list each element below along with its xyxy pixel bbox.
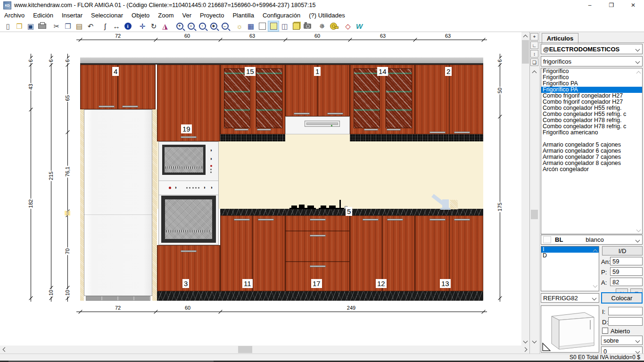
zoom-previous-icon[interactable]: ← [220,21,230,31]
scroll-down-icon[interactable] [521,337,529,346]
scroll-right-icon[interactable] [521,346,529,354]
finish-dropdown[interactable]: BL blanco [541,235,643,245]
menu-proyecto[interactable]: Proyecto [196,12,228,19]
depth-input[interactable]: 59 [610,267,643,276]
print-icon[interactable] [37,21,47,31]
elevation-view-icon[interactable] [257,21,267,31]
measure-icon[interactable] [328,21,339,31]
unit-number-label[interactable]: 19 [181,124,192,133]
corner-tool-icon[interactable]: ∟ [530,41,538,49]
door-tool-icon[interactable]: ❏ [530,58,538,66]
horizontal-scrollbar[interactable] [0,346,529,354]
sku-dropdown[interactable]: REFRIGG82 [541,293,599,303]
list-scroll-down-icon[interactable] [636,227,642,233]
base-cabinet-11[interactable] [220,215,285,291]
gas-hob[interactable] [289,200,350,210]
wizard-icon[interactable]: ✵ [317,21,327,31]
vertical-scrollbar[interactable] [521,32,529,346]
extractor-hood[interactable] [285,116,350,134]
unit-number-label[interactable]: 17 [311,279,322,288]
perspective-wire-icon[interactable]: ◫ [280,21,290,31]
id-toggle-button[interactable]: I/D [602,246,643,255]
scroll-up-icon[interactable] [521,32,529,40]
dimension-tool-icon[interactable]: ↔ [111,21,122,31]
unit-number-label[interactable]: 15 [245,67,256,76]
scroll-left-icon[interactable] [0,346,8,354]
new-file-icon[interactable]: ▯ [3,21,13,31]
zoom-window-icon[interactable]: ▫ [197,21,207,31]
zoom-all-icon[interactable]: ∗ [208,21,219,31]
restore-button[interactable]: ❐ [601,0,622,10]
open-folder-icon[interactable]: ❒ [14,21,25,31]
mirror-icon[interactable]: ◮ [160,21,170,31]
menu-ver[interactable]: Ver [178,12,196,19]
page-corner-icon[interactable] [542,343,551,351]
tab-articulos[interactable]: Articulos [542,33,578,43]
side-option-i[interactable]: I [541,247,599,253]
menu-seleccionar[interactable]: Seleccionar [87,12,127,19]
strip-scroll-down-icon[interactable] [530,338,538,345]
strip-scrollbar-thumb[interactable] [531,210,538,219]
unit-number-label[interactable]: 1 [314,67,321,76]
side-listbox[interactable]: ID [541,246,599,291]
minimize-button[interactable]: – [579,0,601,10]
scrollbar-thumb[interactable] [238,346,252,353]
menu-insertar[interactable]: Insertar [58,12,87,19]
faucet[interactable] [430,196,459,210]
width-input[interactable]: 59 [610,257,643,265]
dimension-chain-tool-icon[interactable]: ↕ [530,50,538,58]
article-preview[interactable] [541,305,599,353]
word-export-icon[interactable]: W [354,21,364,31]
drawing-canvas[interactable]: ◑ ◑ ◑ ◑ ◑ [0,32,521,346]
article-item[interactable]: Frigorífico americano [541,130,642,136]
unit-number-label[interactable]: 14 [377,67,388,76]
menu-zoom[interactable]: Zoom [154,12,178,19]
render-settings-icon[interactable]: ☼ [234,21,245,31]
unit-number-label[interactable]: 13 [440,279,451,288]
menu-objeto[interactable]: Objeto [127,12,154,19]
type-dropdown[interactable]: frigoríficos [541,56,643,66]
mount-dropdown[interactable]: sobre [601,336,643,345]
menu-archivo[interactable]: Archivo [0,12,29,19]
unit-number-label[interactable]: 11 [242,279,253,288]
cut-icon[interactable]: ✂ [51,21,62,31]
side-option-d[interactable]: D [541,253,599,259]
zoom-in-icon[interactable]: + [174,21,185,31]
paste-icon[interactable]: ▤ [74,21,84,31]
zoom-out-icon[interactable]: − [186,21,196,31]
rotate-icon[interactable]: ↻ [149,21,159,31]
category-dropdown[interactable]: @ELECTRODOMESTICOS [541,44,643,54]
elevation-color-view-icon[interactable] [268,21,279,31]
list-scroll-up-icon[interactable] [636,69,642,75]
refrigerator[interactable] [84,109,152,296]
strip-scroll-up-icon[interactable] [530,69,538,75]
move-icon[interactable]: ✛ [137,21,148,31]
undo-icon[interactable]: ↶ [85,21,96,31]
oven[interactable] [161,196,216,243]
photo-render-icon[interactable] [302,21,313,31]
wall-section-icon[interactable]: ʃ [100,21,110,31]
select-object-tool-icon[interactable]: ⌖ [530,33,538,41]
menu-plantilla[interactable]: Plantilla [228,12,258,19]
microwave[interactable] [162,145,206,175]
close-button[interactable]: ✕ [622,0,644,10]
article-list[interactable]: FrigoríficoFrigoríficoFrigorífico PAFrig… [541,68,643,234]
copy-icon[interactable]: ❐ [63,21,73,31]
article-item[interactable]: Arcón congelador [541,166,642,173]
scrollbar-thumb[interactable] [522,40,529,64]
place-button[interactable]: Colocar [601,292,643,304]
menu-configuraci-n[interactable]: Configuración [258,12,305,19]
height-input[interactable]: 82 [610,278,643,286]
save-icon[interactable]: ▣ [25,21,36,31]
open-checkbox[interactable] [602,328,608,334]
right-gap-input[interactable] [608,317,643,326]
path-icon[interactable]: ◇ [343,21,353,31]
unit-number-label[interactable]: 5 [346,207,352,216]
info-icon[interactable]: i [123,21,133,31]
left-gap-input[interactable] [608,307,643,315]
plan-view-icon[interactable]: ▦ [246,21,256,31]
cornice[interactable] [80,58,483,65]
menu-edici-n[interactable]: Edición [29,12,58,19]
unit-number-label[interactable]: 4 [112,67,119,76]
menu--utilidades[interactable]: (?) Utilidades [305,12,349,19]
